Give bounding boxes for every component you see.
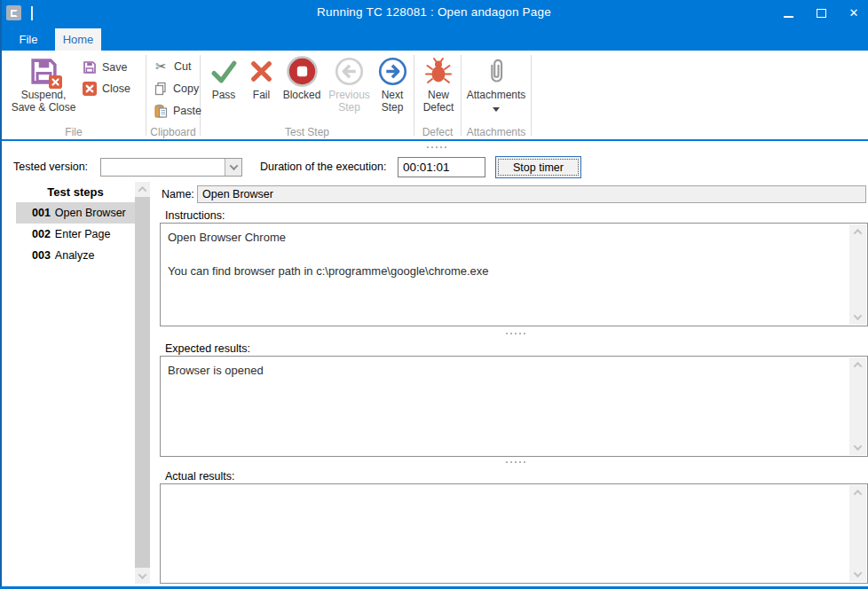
attachments-dropdown-caret — [493, 107, 500, 112]
ribbon-group-file: Suspend, Save & Close Save Close File — [2, 51, 146, 139]
actual-results-label: Actual results: — [165, 470, 235, 483]
defect-group-label: Defect — [414, 126, 461, 138]
test-steps-panel: Test steps 001 Open Browser 002 Enter Pa… — [16, 182, 135, 266]
ribbon-group-clipboard: ✂ Cut Copy Paste Clipboard — [146, 51, 200, 139]
close-window-button[interactable]: ✕ — [847, 6, 861, 20]
group-separator — [531, 55, 532, 136]
test-step-item-002[interactable]: 002 Enter Page — [16, 224, 135, 245]
copy-icon — [154, 81, 168, 96]
actual-scrollbar[interactable] — [849, 485, 866, 582]
ribbon: Suspend, Save & Close Save Close File — [2, 51, 868, 139]
test-steps-header: Test steps — [16, 182, 135, 202]
fail-x-icon — [248, 55, 275, 87]
expected-results-textarea[interactable]: Browser is opened — [160, 356, 868, 457]
paste-label: Paste — [173, 105, 201, 117]
step-number: 002 — [32, 228, 51, 240]
bug-icon — [424, 55, 453, 87]
blocked-button[interactable]: Blocked — [280, 53, 324, 115]
next-step-label: Next Step — [378, 90, 406, 114]
close-badge-icon — [49, 75, 62, 89]
chevron-down-icon — [229, 161, 238, 170]
scroll-down-button[interactable] — [135, 569, 150, 584]
next-arrow-icon — [378, 55, 407, 87]
close-button[interactable]: Close — [82, 81, 130, 96]
instructions-scrollbar[interactable] — [849, 224, 866, 325]
splitter-grip[interactable] — [506, 461, 525, 463]
name-label: Name: — [162, 188, 194, 200]
actual-results-textarea[interactable] — [160, 483, 868, 584]
attachments-group-label: Attachments — [462, 126, 531, 138]
pass-label: Pass — [212, 90, 236, 102]
step-name: Enter Page — [55, 228, 111, 240]
blocked-stop-icon — [286, 55, 319, 87]
minimize-button[interactable] — [781, 6, 795, 20]
instructions-label: Instructions: — [165, 209, 225, 222]
attachments-label: Attachments — [467, 90, 526, 102]
cut-label: Cut — [174, 60, 191, 73]
save-button[interactable]: Save — [82, 59, 130, 75]
cut-button[interactable]: ✂ Cut — [154, 59, 196, 74]
close-icon: ✕ — [849, 7, 859, 19]
window-title: Running TC 128081 : Open andagon Page — [0, 5, 868, 19]
blocked-label: Blocked — [283, 90, 321, 102]
stop-timer-button[interactable]: Stop timer — [495, 156, 581, 178]
step-name: Open Browser — [55, 207, 126, 219]
save-close-icon — [29, 55, 59, 87]
suspend-save-close-button[interactable]: Suspend, Save & Close — [5, 53, 82, 115]
close-label: Close — [102, 82, 130, 95]
step-name: Analyze — [55, 249, 94, 262]
test-execution-window: Running TC 128081 : Open andagon Page ✕ … — [0, 0, 868, 589]
stop-timer-label: Stop timer — [513, 161, 564, 174]
attachments-button[interactable]: Attachments — [465, 53, 527, 114]
maximize-icon — [817, 9, 826, 18]
maximize-button[interactable] — [814, 6, 828, 20]
file-small-buttons: Save Close — [82, 53, 130, 115]
suspend-save-close-label: Suspend, Save & Close — [9, 90, 78, 114]
test-steps-scrollbar[interactable] — [135, 182, 150, 584]
file-group-label: File — [2, 126, 146, 138]
instructions-text: Open Browser Chrome You can find browser… — [168, 229, 844, 279]
minimize-icon — [784, 16, 793, 18]
splitter-grip[interactable] — [506, 333, 525, 334]
scroll-up-button[interactable] — [135, 182, 150, 197]
tab-file[interactable]: File — [7, 28, 50, 51]
duration-label: Duration of the execution: — [260, 161, 386, 173]
step-name-field[interactable]: Open Browser — [197, 185, 866, 203]
fail-label: Fail — [253, 90, 270, 102]
pass-button[interactable]: Pass — [204, 53, 243, 115]
expected-results-label: Expected results: — [165, 342, 250, 355]
combobox-dropdown-button[interactable] — [225, 159, 241, 176]
new-defect-button[interactable]: New Defect — [418, 53, 459, 115]
fail-button[interactable]: Fail — [245, 53, 279, 115]
titlebar[interactable]: Running TC 128081 : Open andagon Page ✕ — [0, 0, 868, 26]
instructions-textarea[interactable]: Open Browser Chrome You can find browser… — [160, 223, 868, 326]
ribbon-group-test-step: Pass Fail Blocked Previous Step Next Ste… — [201, 51, 414, 139]
pass-check-icon — [209, 55, 239, 87]
tested-version-label: Tested version: — [13, 161, 88, 173]
step-number: 001 — [32, 207, 51, 219]
ribbon-group-attachments: Attachments Attachments — [462, 51, 531, 139]
tab-home[interactable]: Home — [55, 28, 101, 51]
next-step-button[interactable]: Next Step — [375, 53, 410, 115]
ribbon-tab-row: File Home — [0, 26, 868, 51]
ribbon-group-defect: New Defect Defect — [414, 51, 461, 139]
scrollbar-thumb[interactable] — [135, 197, 150, 568]
expected-scrollbar[interactable] — [849, 357, 866, 455]
previous-step-button[interactable]: Previous Step — [326, 53, 374, 115]
paste-icon — [154, 103, 168, 118]
save-icon — [82, 59, 97, 75]
splitter-grip[interactable] — [427, 146, 446, 148]
test-step-item-001[interactable]: 001 Open Browser — [16, 202, 135, 224]
close-red-icon — [82, 81, 97, 96]
paste-button[interactable]: Paste — [154, 103, 196, 118]
tested-version-combobox[interactable] — [100, 158, 242, 177]
test-step-item-003[interactable]: 003 Analyze — [16, 245, 135, 266]
duration-input[interactable]: 00:01:01 — [398, 157, 485, 177]
scissors-icon: ✂ — [154, 59, 169, 74]
copy-button[interactable]: Copy — [154, 81, 196, 96]
new-defect-label: New Defect — [422, 90, 455, 114]
window-border-left — [0, 0, 2, 589]
step-number: 003 — [32, 249, 51, 262]
copy-label: Copy — [173, 82, 199, 95]
paperclip-icon — [486, 55, 507, 87]
